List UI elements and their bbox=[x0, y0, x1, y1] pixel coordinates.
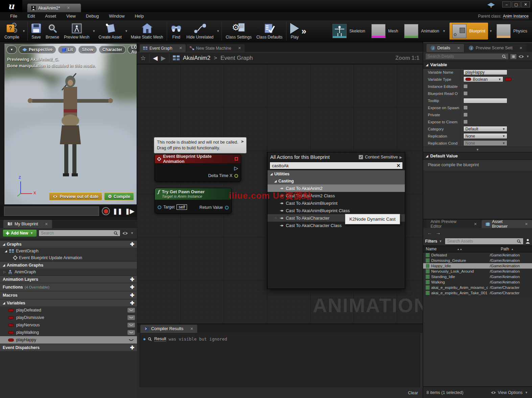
add-macro-icon[interactable]: ✚ bbox=[130, 292, 134, 298]
exec-output-pin[interactable]: ▷ bbox=[234, 165, 238, 171]
add-new-button[interactable]: ✚ Add New ▼ bbox=[3, 229, 37, 237]
menu-asset[interactable]: Asset bbox=[40, 14, 61, 19]
target-pin[interactable]: Target self bbox=[158, 204, 187, 210]
graph-canvas[interactable]: ANIMATION This node is disabled and will… bbox=[137, 64, 423, 324]
mesh-mode-button[interactable]: Mesh bbox=[369, 23, 401, 40]
closed-eye-icon[interactable] bbox=[128, 308, 135, 313]
menu-debug[interactable]: Debug bbox=[81, 14, 103, 19]
blueprint-mode-button[interactable]: ✿ Blueprint bbox=[449, 23, 488, 40]
closed-eye-icon[interactable] bbox=[128, 330, 135, 335]
character-button[interactable]: Character bbox=[99, 46, 126, 54]
visibility-filter-icon[interactable] bbox=[122, 231, 128, 235]
add-animation-layer-icon[interactable]: ✚ bbox=[130, 276, 134, 282]
tooltip-field[interactable] bbox=[463, 98, 507, 103]
menu-edit[interactable]: Edit bbox=[23, 14, 40, 19]
closed-eye-icon[interactable] bbox=[128, 315, 135, 320]
details-tab[interactable]: i Details ✕ bbox=[426, 44, 464, 52]
animation-caret-icon[interactable]: ▼ bbox=[442, 29, 445, 33]
closed-eye-icon[interactable] bbox=[128, 338, 135, 342]
viewport-options-button[interactable]: ▼ bbox=[6, 46, 17, 54]
result-link[interactable]: Result bbox=[154, 337, 166, 342]
make-static-mesh-button[interactable]: Make Static Mesh bbox=[129, 22, 165, 40]
skeleton-mode-button[interactable]: Skeleton bbox=[330, 23, 368, 40]
container-type-icon[interactable] bbox=[505, 78, 512, 81]
default-value-section-header[interactable]: ◢ Default Value bbox=[423, 152, 532, 160]
variable-row[interactable]: playDefeated bbox=[0, 306, 137, 314]
try-get-pawn-owner-node[interactable]: ƒ Try Get Pawn Owner Target is Anim Inst… bbox=[155, 188, 232, 214]
collapsed-triangle-icon[interactable]: ▷ bbox=[3, 270, 6, 274]
asset-row[interactable]: Defeated/Game/Animation bbox=[423, 252, 532, 258]
lit-button[interactable]: Lit bbox=[58, 46, 76, 54]
lod-auto-button[interactable]: LOD Auto bbox=[128, 46, 137, 54]
details-search-input[interactable] bbox=[427, 54, 502, 59]
animation-mode-button[interactable]: Animation ▼ bbox=[401, 23, 449, 40]
close-window-icon[interactable]: ✕ bbox=[521, 1, 530, 7]
expand-right-icon[interactable]: ▶ bbox=[399, 155, 402, 159]
preview-mesh-button[interactable]: Preview Mesh bbox=[62, 22, 92, 40]
asset-browser-tab[interactable]: Asset Browser ✕ bbox=[482, 220, 532, 228]
pause-button[interactable]: ❚❚ bbox=[113, 208, 122, 215]
parent-class-link[interactable]: Anim Instance bbox=[503, 14, 529, 19]
display-filter-caret-icon[interactable]: ▼ bbox=[526, 55, 529, 58]
close-icon[interactable]: ✕ bbox=[179, 46, 182, 50]
actions-search[interactable]: ✕ bbox=[270, 162, 403, 169]
closed-eye-icon[interactable] bbox=[128, 323, 135, 327]
show-button[interactable]: Show bbox=[78, 46, 97, 54]
play-button[interactable]: Play bbox=[288, 22, 301, 40]
menu-window[interactable]: Window bbox=[104, 14, 129, 19]
clear-search-icon[interactable]: ✕ bbox=[396, 163, 400, 168]
breadcrumb-leaf[interactable]: Event Graph bbox=[221, 55, 253, 61]
breadcrumb-root[interactable]: AkaiAnim2 bbox=[183, 55, 210, 61]
person-filter-icon[interactable] bbox=[526, 239, 530, 244]
toolbar-overflow-icon[interactable]: » bbox=[301, 26, 306, 36]
hide-unrelated-button[interactable]: Hide Unrelated bbox=[184, 22, 216, 40]
preview-viewport[interactable]: ▼ Perspective Lit Show Character LOD Aut… bbox=[4, 43, 137, 205]
variable-row-selected[interactable]: playHappy bbox=[0, 336, 137, 344]
delta-time-pin[interactable]: Delta Time X bbox=[208, 173, 238, 178]
anim-preview-editor-tab[interactable]: Anim Preview Editor ✕ bbox=[426, 220, 481, 228]
self-value-box[interactable]: self bbox=[177, 204, 187, 210]
private-checkbox[interactable] bbox=[463, 113, 468, 117]
actions-search-input[interactable] bbox=[272, 163, 396, 168]
float-pin-icon[interactable] bbox=[234, 174, 238, 178]
variable-row[interactable]: playDismissive bbox=[0, 314, 137, 321]
minimize-icon[interactable]: – bbox=[502, 1, 511, 7]
save-button[interactable]: Save bbox=[29, 22, 43, 40]
variable-row[interactable]: playWalking bbox=[0, 329, 137, 336]
viewport-compile-button[interactable]: ⚙ Compile bbox=[104, 193, 134, 200]
event-blueprint-update-animation-node[interactable]: Event Blueprint Update Animation ▷ Delta… bbox=[155, 154, 241, 182]
add-graph-icon[interactable]: ✚ bbox=[130, 241, 134, 247]
browse-button[interactable]: Browse bbox=[43, 22, 62, 40]
variable-row[interactable]: playNervous bbox=[0, 321, 137, 329]
asset-row[interactable]: akai_e_espiritu_Anim_mixamo_c/Game/Chara… bbox=[423, 285, 532, 290]
blueprint-readonly-checkbox[interactable] bbox=[463, 91, 468, 96]
animation-layers-section-header[interactable]: Animation Layers ✚ bbox=[0, 275, 137, 283]
category-utilities[interactable]: ◢Utilities bbox=[268, 170, 405, 177]
event-update-anim-item[interactable]: Event Blueprint Update Animation bbox=[0, 254, 137, 261]
action-item[interactable]: ↠Cast To AkaiAnimBlueprint Class bbox=[268, 207, 405, 214]
create-asset-button[interactable]: Create Asset bbox=[96, 22, 124, 40]
variables-section-header[interactable]: ◢ Variables ✚ bbox=[0, 299, 137, 306]
checkbox-checked-icon[interactable]: ✓ bbox=[358, 155, 363, 159]
variable-type-dropdown[interactable]: Boolean ▼ bbox=[463, 76, 503, 82]
display-filter-eye-icon[interactable] bbox=[518, 55, 524, 58]
property-matrix-icon[interactable]: ▦ bbox=[510, 54, 517, 59]
perspective-button[interactable]: Perspective bbox=[19, 46, 56, 54]
state-machine-tab[interactable]: New State Machine ✕ bbox=[186, 44, 245, 52]
history-back-icon[interactable]: ← bbox=[427, 230, 432, 235]
functions-section-header[interactable]: Functions (4 Overridable) ✚ bbox=[0, 283, 137, 291]
menu-view[interactable]: View bbox=[62, 14, 80, 19]
object-pin-icon[interactable] bbox=[158, 205, 161, 209]
asset-search-input[interactable] bbox=[447, 239, 517, 244]
category-dropdown[interactable]: Default▼ bbox=[463, 126, 507, 132]
class-settings-button[interactable]: ⚙ Class Settings bbox=[223, 22, 254, 40]
view-options-button[interactable]: View Options ▼ bbox=[491, 390, 529, 395]
asset-row[interactable]: Nervously_Look_Around/Game/Animation bbox=[423, 269, 532, 274]
compiler-results-tab[interactable]: Compiler Results ✕ bbox=[140, 325, 197, 333]
graphs-section-header[interactable]: ◢ Graphs ✚ bbox=[0, 240, 137, 248]
instance-editable-checkbox[interactable] bbox=[463, 84, 468, 89]
close-icon[interactable]: ✕ bbox=[525, 222, 528, 226]
macros-section-header[interactable]: Macros ✚ bbox=[0, 291, 137, 299]
preview-out-of-date-badge[interactable]: Preview out of date bbox=[49, 193, 102, 200]
maximize-icon[interactable]: ▢ bbox=[512, 1, 521, 7]
